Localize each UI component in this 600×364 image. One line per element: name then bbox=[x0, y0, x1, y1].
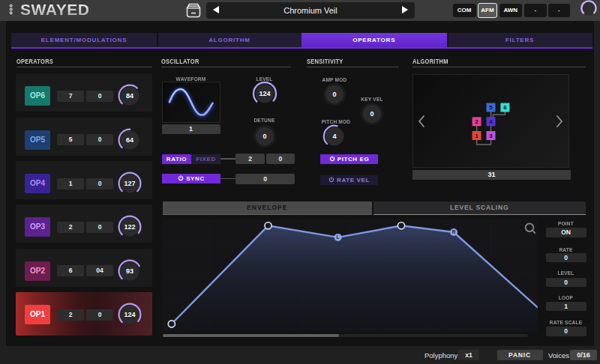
svg-text:6: 6 bbox=[503, 104, 507, 111]
svg-text:2: 2 bbox=[475, 118, 478, 125]
svg-text:1: 1 bbox=[475, 133, 478, 139]
svg-text:5: 5 bbox=[489, 104, 493, 111]
svg-text:4: 4 bbox=[489, 118, 493, 125]
svg-text:3: 3 bbox=[489, 133, 493, 139]
svg-text:R: R bbox=[452, 229, 456, 234]
svg-text:L: L bbox=[337, 234, 340, 240]
